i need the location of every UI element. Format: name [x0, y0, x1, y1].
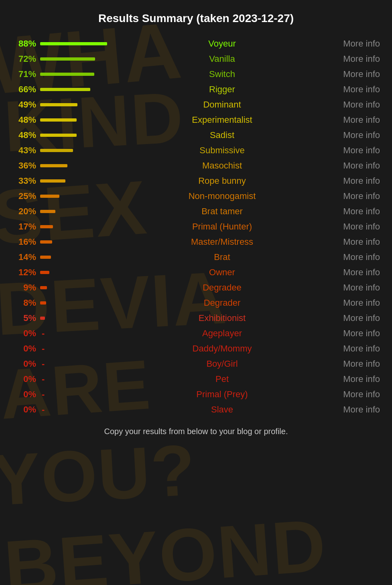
more-info-button[interactable]: More info	[320, 130, 384, 140]
more-info-button[interactable]: More info	[320, 298, 384, 308]
result-bar-fill	[40, 179, 65, 183]
more-info-button[interactable]: More info	[320, 176, 384, 186]
result-bar-container	[40, 210, 124, 213]
result-label: Exhibitionist	[124, 313, 320, 323]
result-row: 0%-SlaveMore info	[8, 402, 384, 417]
more-info-button[interactable]: More info	[320, 39, 384, 49]
result-label: Pet	[124, 374, 320, 384]
result-row: 0%-Daddy/MommyMore info	[8, 341, 384, 356]
result-percentage: 48%	[8, 130, 40, 140]
result-percentage: 0%	[8, 389, 40, 400]
result-bar-dash: -	[40, 390, 45, 399]
page-title: Results Summary (taken 2023-12-27)	[8, 12, 384, 25]
result-label: Degradee	[124, 282, 320, 293]
result-percentage: 12%	[8, 267, 40, 278]
results-list: 88%VoyeurMore info72%VanillaMore info71%…	[8, 36, 384, 417]
result-percentage: 48%	[8, 115, 40, 125]
result-row: 0%-Primal (Prey)More info	[8, 387, 384, 402]
result-bar-container	[40, 103, 124, 106]
result-label: Non-monogamist	[124, 191, 320, 201]
more-info-button[interactable]: More info	[320, 328, 384, 339]
result-percentage: 14%	[8, 252, 40, 262]
result-bar-track	[40, 149, 120, 152]
result-percentage: 5%	[8, 313, 40, 323]
more-info-button[interactable]: More info	[320, 115, 384, 125]
result-bar-fill	[40, 271, 49, 274]
result-percentage: 8%	[8, 298, 40, 308]
result-percentage: 72%	[8, 54, 40, 64]
result-bar-container	[40, 149, 124, 152]
result-bar-container	[40, 286, 124, 289]
more-info-button[interactable]: More info	[320, 267, 384, 278]
result-row: 36%MasochistMore info	[8, 158, 384, 173]
result-percentage: 49%	[8, 100, 40, 110]
result-bar-dash: -	[40, 344, 45, 353]
more-info-button[interactable]: More info	[320, 252, 384, 262]
more-info-button[interactable]: More info	[320, 313, 384, 323]
result-bar-track	[40, 179, 120, 183]
result-bar-container: -	[40, 390, 124, 399]
result-row: 12%OwnerMore info	[8, 265, 384, 280]
result-bar-dash: -	[40, 405, 45, 414]
result-bar-container: -	[40, 360, 124, 368]
more-info-button[interactable]: More info	[320, 282, 384, 293]
result-bar-container	[40, 73, 124, 76]
result-bar-fill	[40, 256, 51, 259]
result-label: Dominant	[124, 100, 320, 110]
more-info-button[interactable]: More info	[320, 69, 384, 79]
result-bar-container	[40, 42, 124, 45]
more-info-button[interactable]: More info	[320, 100, 384, 110]
result-label: Rope bunny	[124, 176, 320, 186]
result-bar-track	[40, 301, 120, 305]
result-bar-container	[40, 271, 124, 274]
watermark-7: BEYOND	[2, 502, 329, 585]
result-bar-fill	[40, 149, 73, 152]
result-bar-fill	[40, 88, 90, 91]
result-percentage: 16%	[8, 237, 40, 247]
more-info-button[interactable]: More info	[320, 160, 384, 171]
more-info-button[interactable]: More info	[320, 374, 384, 384]
result-label: Slave	[124, 404, 320, 415]
result-percentage: 66%	[8, 84, 40, 95]
more-info-button[interactable]: More info	[320, 221, 384, 232]
more-info-button[interactable]: More info	[320, 206, 384, 217]
more-info-button[interactable]: More info	[320, 54, 384, 64]
result-row: 88%VoyeurMore info	[8, 36, 384, 51]
footer-text: Copy your results from below to your blo…	[8, 427, 384, 436]
result-bar-track	[40, 256, 120, 259]
result-label: Brat tamer	[124, 206, 320, 217]
result-bar-container: -	[40, 375, 124, 384]
more-info-button[interactable]: More info	[320, 404, 384, 415]
result-bar-fill	[40, 42, 107, 45]
result-row: 8%DegraderMore info	[8, 295, 384, 311]
result-label: Switch	[124, 69, 320, 79]
result-bar-fill	[40, 301, 46, 305]
result-label: Daddy/Mommy	[124, 343, 320, 354]
result-percentage: 17%	[8, 221, 40, 232]
more-info-button[interactable]: More info	[320, 84, 384, 95]
result-row: 43%SubmissiveMore info	[8, 143, 384, 158]
result-bar-track	[40, 57, 120, 61]
result-bar-track	[40, 103, 120, 106]
more-info-button[interactable]: More info	[320, 191, 384, 201]
result-bar-fill	[40, 210, 55, 213]
result-bar-dash: -	[40, 360, 45, 368]
result-label: Ageplayer	[124, 328, 320, 339]
result-bar-track	[40, 42, 120, 45]
more-info-button[interactable]: More info	[320, 343, 384, 354]
result-row: 20%Brat tamerMore info	[8, 204, 384, 219]
more-info-button[interactable]: More info	[320, 389, 384, 400]
result-label: Degrader	[124, 298, 320, 308]
more-info-button[interactable]: More info	[320, 145, 384, 156]
result-percentage: 36%	[8, 160, 40, 171]
result-percentage: 71%	[8, 69, 40, 79]
result-bar-track	[40, 118, 120, 122]
more-info-button[interactable]: More info	[320, 237, 384, 247]
result-percentage: 0%	[8, 328, 40, 339]
result-percentage: 20%	[8, 206, 40, 217]
result-label: Masochist	[124, 160, 320, 171]
result-bar-container	[40, 57, 124, 61]
result-bar-track	[40, 164, 120, 167]
more-info-button[interactable]: More info	[320, 359, 384, 369]
result-percentage: 33%	[8, 176, 40, 186]
